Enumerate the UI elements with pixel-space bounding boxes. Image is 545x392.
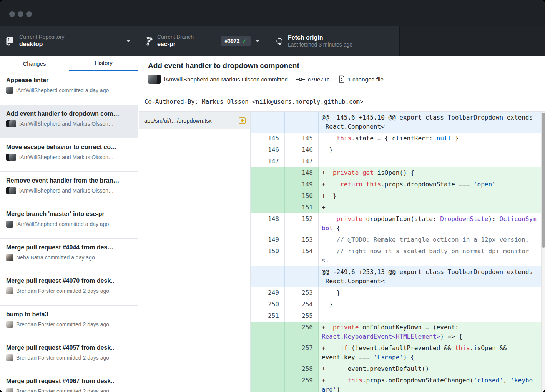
diff-new-line-number: 149 [285, 179, 319, 190]
commit-item-title: Merge pull request #4070 from desk.. [6, 277, 133, 284]
commit-header: Add event handler to dropdown component … [139, 56, 545, 92]
avatar [6, 254, 13, 261]
diff-old-line-number: 149 [251, 234, 285, 246]
diff-old-line-number [251, 342, 285, 363]
code-line [322, 157, 545, 166]
diff-new-line-number: 150 [285, 190, 319, 202]
diff-scrollbar-track[interactable] [541, 112, 545, 392]
changed-files-count: 1 changed file [348, 76, 384, 83]
avatar [148, 75, 157, 84]
tab-history[interactable]: History [69, 56, 138, 71]
diff-line-content: + [319, 202, 545, 213]
commit-list-item[interactable]: Merge pull request #4044 from des…Neha B… [0, 239, 138, 272]
commit-item-avatars [6, 187, 16, 194]
commit-item-title: Add event handler to dropdown com… [6, 110, 133, 117]
fetch-origin-title: Fetch origin [288, 34, 352, 42]
avatar [6, 321, 13, 328]
diff-context-line: 150154 // right now it's scaled badly on… [251, 246, 545, 266]
changed-files-panel: app/src/ui/t…/dropdown.tsx [139, 112, 251, 392]
code-line: + return this.props.dropdownState === 'o… [322, 180, 545, 189]
avatar [9, 187, 16, 194]
commit-item-title: Merge pull request #4057 from desk.. [6, 344, 133, 351]
commit-list: Appease linteriAmWillShepherd committed … [0, 71, 138, 392]
commit-item-title: Merge pull request #4044 from des… [6, 244, 133, 251]
diff-old-line-number: 147 [251, 156, 285, 167]
commit-item-title: Merge pull request #4067 from desk.. [6, 377, 133, 385]
commit-list-item[interactable]: Add event handler to dropdown com…iAmWil… [0, 105, 138, 138]
code-line: + private get isOpen() { [322, 168, 545, 178]
commit-item-meta: Brendan Forster committed 2 days ago [6, 388, 133, 392]
diff-added-line: 148+ private get isOpen() { [251, 167, 545, 179]
diff-line-content: // @TODO: Remake triangle octicon in a 1… [319, 234, 545, 246]
current-branch-button[interactable]: Current Branch esc-pr #3972 ✓ [138, 26, 266, 56]
diff-new-line-number: 147 [285, 156, 319, 167]
commit-item-meta: Brendan Forster committed 2 days ago [6, 287, 133, 294]
git-commit-icon [296, 76, 305, 82]
commit-item-meta-text: iAmWillShepherd committed a day ago [16, 221, 109, 227]
diff-old-line-number [251, 375, 285, 392]
diff-new-line-number: 153 [285, 234, 319, 246]
diff-line-content: } [319, 299, 545, 310]
diff-old-line-number [251, 363, 285, 375]
diff-line-content [319, 310, 545, 322]
file-modified-icon [239, 117, 246, 124]
commit-message-bar: Co-Authored-By: Markus Olsson <niik@user… [139, 92, 545, 112]
diff-new-line-number [285, 266, 319, 287]
file-row[interactable]: app/src/ui/t…/dropdown.tsx [139, 112, 250, 129]
commit-item-meta: iAmWillShepherd committed a day ago [6, 87, 133, 94]
commit-item-meta-text: iAmWillShepherd committed a day ago [16, 87, 109, 93]
diff-new-line-number [285, 112, 319, 133]
commit-list-item[interactable]: Merge branch 'master' into esc-priAmWill… [0, 205, 138, 239]
commit-sha[interactable]: c79e71c [308, 76, 330, 83]
diff-added-line: 259+ this.props.onDropdownStateChanged('… [251, 375, 545, 392]
code-line: + this.props.onDropdownStateChanged('clo… [322, 376, 545, 385]
diff-context-line: 249253 } [251, 287, 545, 299]
avatar [9, 154, 16, 161]
commit-list-item[interactable]: Remove event handler from the bran…iAmWi… [0, 172, 138, 205]
zoom-window-button[interactable] [26, 11, 32, 17]
diff-rows: @@ -145,6 +145,10 @@ export class Toolba… [251, 112, 545, 392]
tab-changes[interactable]: Changes [0, 56, 69, 71]
diff-old-line-number [251, 112, 285, 133]
avatar [6, 221, 13, 228]
commit-item-meta-text: Brendan Forster committed 2 days ago [16, 355, 109, 361]
commit-item-meta-text: Brendan Forster committed 2 days ago [16, 288, 109, 294]
commit-list-item[interactable]: Merge pull request #4067 from desk..Bren… [0, 372, 138, 392]
commit-item-avatars [6, 120, 16, 127]
diff-line-content [319, 156, 545, 167]
current-repository-button[interactable]: Current Repository desktop [0, 26, 138, 56]
commit-item-title: Merge branch 'master' into esc-pr [6, 210, 133, 218]
minimize-window-button[interactable] [18, 11, 23, 17]
diff-new-line-number: 257 [285, 342, 319, 363]
code-line: @@ -249,6 +253,13 @@ export class Toolba… [322, 267, 545, 277]
commit-list-item[interactable]: bump to beta3Brendan Forster committed 2… [0, 306, 138, 339]
diff-scrollbar-thumb[interactable] [542, 113, 545, 248]
commit-list-item[interactable]: Move escape behavior to correct co…iAmWi… [0, 138, 138, 172]
sync-icon [275, 37, 284, 46]
current-branch-label: Current Branch [157, 34, 194, 41]
commit-list-item[interactable]: Merge pull request #4057 from desk..Bren… [0, 339, 138, 372]
commit-list-item[interactable]: Merge pull request #4070 from desk..Bren… [0, 272, 138, 306]
commit-item-avatars [6, 154, 16, 161]
diff-new-line-number: 148 [285, 167, 319, 179]
diff-view: @@ -145,6 +145,10 @@ export class Toolba… [251, 112, 545, 392]
diff-line-content: private dropdownIcon(state: DropdownStat… [319, 213, 545, 234]
diff-line-content: + if (!event.defaultPrevented && this.is… [319, 342, 545, 363]
diff-new-line-number: 258 [285, 363, 319, 375]
commit-title: Add event handler to dropdown component [139, 56, 545, 70]
commit-list-item[interactable]: Appease linteriAmWillShepherd committed … [0, 71, 138, 105]
code-line: @@ -145,6 +145,10 @@ export class Toolba… [322, 113, 545, 122]
diff-line-content: + private onFoldoutKeyDown = (event:Reac… [319, 322, 545, 342]
diff-new-line-number: 154 [285, 246, 319, 266]
diff-new-line-number: 259 [285, 375, 319, 392]
fetch-origin-button[interactable]: Fetch origin Last fetched 3 minutes ago [266, 26, 400, 56]
close-window-button[interactable] [9, 11, 15, 17]
code-line: private dropdownIcon(state: DropdownStat… [322, 214, 545, 224]
diff-hunk-header: @@ -249,6 +253,13 @@ export class Toolba… [251, 266, 545, 287]
diff-old-line-number [251, 190, 285, 202]
current-branch-value: esc-pr [157, 40, 194, 48]
diff-old-line-number: 145 [251, 133, 285, 144]
code-line: React.Component< [322, 277, 545, 286]
pr-status-badge: #3972 ✓ [221, 36, 251, 46]
diff-line-content: + return this.props.dropdownState === 'o… [319, 179, 545, 190]
